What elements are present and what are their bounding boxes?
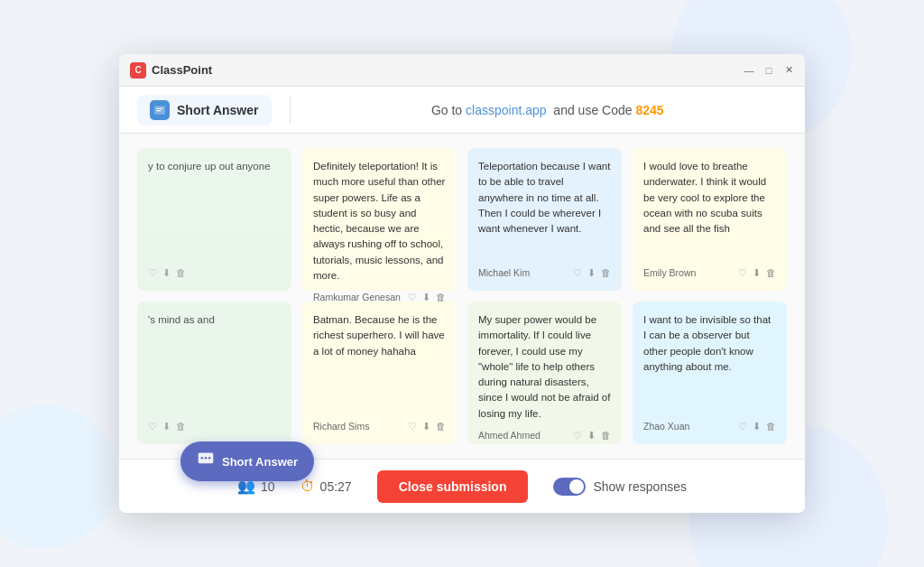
activity-type-label: Short Answer bbox=[177, 103, 259, 117]
delete-button[interactable]: 🗑 bbox=[176, 420, 186, 433]
cards-grid: y to conjure up out anyone ♡ ⬇ 🗑 's mind… bbox=[137, 148, 787, 444]
responses-content: y to conjure up out anyone ♡ ⬇ 🗑 's mind… bbox=[119, 134, 805, 459]
delete-button[interactable]: 🗑 bbox=[176, 266, 186, 280]
download-button[interactable]: ⬇ bbox=[587, 266, 596, 280]
header-divider bbox=[290, 97, 291, 124]
card-partial-1: y to conjure up out anyone ♡ ⬇ 🗑 bbox=[137, 148, 291, 291]
card-actions: ♡ ⬇ 🗑 bbox=[573, 266, 611, 280]
column-left-partial: y to conjure up out anyone ♡ ⬇ 🗑 's mind… bbox=[137, 148, 291, 444]
card-text: y to conjure up out anyone bbox=[148, 159, 281, 259]
bg-decoration-left bbox=[0, 404, 117, 549]
clock-icon: ⏱ bbox=[300, 479, 315, 495]
activity-type-icon bbox=[150, 100, 170, 120]
show-responses-toggle[interactable]: Show responses bbox=[553, 478, 687, 496]
header-url-info: Go to classpoint.app and use Code 8245 bbox=[309, 103, 788, 117]
card-author: Zhao Xuan bbox=[643, 420, 689, 433]
column-4: I would love to breathe underwater. I th… bbox=[633, 148, 787, 444]
card-actions: ♡ ⬇ 🗑 bbox=[148, 266, 186, 280]
window-controls: — □ ✕ bbox=[744, 65, 794, 76]
card-text: I want to be invisible so that I can be … bbox=[643, 312, 776, 413]
download-button[interactable]: ⬇ bbox=[162, 266, 171, 280]
delete-button[interactable]: 🗑 bbox=[601, 266, 611, 280]
card-actions: ♡ ⬇ 🗑 bbox=[408, 420, 446, 433]
delete-button[interactable]: 🗑 bbox=[601, 429, 611, 442]
like-button[interactable]: ♡ bbox=[738, 420, 747, 433]
close-button[interactable]: ✕ bbox=[783, 65, 794, 76]
app-title: ClassPoint bbox=[152, 63, 212, 77]
card-actions: ♡ ⬇ 🗑 bbox=[573, 429, 611, 442]
card-footer: Emily Brown ♡ ⬇ 🗑 bbox=[643, 266, 776, 280]
card-text: Teleportation because I want to be able … bbox=[478, 159, 611, 259]
card-ramkumar: Definitely teleportation! It is much mor… bbox=[302, 148, 457, 291]
column-2: Definitely teleportation! It is much mor… bbox=[302, 148, 457, 444]
card-partial-2: 's mind as and ♡ ⬇ 🗑 bbox=[137, 302, 291, 444]
card-footer: Ahmed Ahmed ♡ ⬇ 🗑 bbox=[478, 429, 611, 442]
card-michael: Teleportation because I want to be able … bbox=[467, 148, 622, 291]
column-3: Teleportation because I want to be able … bbox=[467, 148, 622, 444]
card-ahmed: My super power would be immortality. If … bbox=[467, 302, 622, 444]
download-button[interactable]: ⬇ bbox=[753, 420, 761, 433]
delete-button[interactable]: 🗑 bbox=[766, 420, 776, 433]
timer-display: ⏱ 05:27 bbox=[300, 479, 352, 495]
card-author: Richard Sims bbox=[313, 420, 369, 433]
show-responses-label: Show responses bbox=[593, 479, 687, 494]
time-value: 05:27 bbox=[320, 479, 352, 494]
card-zhao: I want to be invisible so that I can be … bbox=[633, 302, 787, 444]
card-author: Michael Kim bbox=[478, 266, 530, 280]
toggle-switch[interactable] bbox=[553, 478, 586, 496]
logo-icon: C bbox=[130, 62, 146, 79]
card-footer: Michael Kim ♡ ⬇ 🗑 bbox=[478, 266, 611, 280]
card-text: I would love to breathe underwater. I th… bbox=[643, 159, 776, 259]
card-footer: Richard Sims ♡ ⬇ 🗑 bbox=[313, 420, 446, 433]
classpoint-link[interactable]: classpoint.app bbox=[466, 103, 547, 117]
card-text: 's mind as and bbox=[148, 312, 281, 413]
like-button[interactable]: ♡ bbox=[573, 429, 582, 442]
activity-badge: Short Answer bbox=[137, 95, 272, 125]
delete-button[interactable]: 🗑 bbox=[766, 266, 776, 280]
delete-button[interactable]: 🗑 bbox=[436, 420, 446, 433]
floating-short-answer-button[interactable]: Short Answer bbox=[180, 442, 314, 481]
card-footer: Zhao Xuan ♡ ⬇ 🗑 bbox=[643, 420, 776, 433]
like-button[interactable]: ♡ bbox=[738, 266, 747, 280]
floating-btn-label: Short Answer bbox=[222, 455, 298, 469]
download-button[interactable]: ⬇ bbox=[753, 266, 761, 280]
card-text: Definitely teleportation! It is much mor… bbox=[313, 159, 446, 284]
titlebar: C ClassPoint — □ ✕ bbox=[119, 54, 805, 87]
download-button[interactable]: ⬇ bbox=[422, 420, 430, 433]
like-button[interactable]: ♡ bbox=[408, 420, 417, 433]
floating-btn-icon bbox=[197, 451, 215, 472]
card-actions: ♡ ⬇ 🗑 bbox=[738, 420, 776, 433]
card-author: Emily Brown bbox=[643, 266, 696, 280]
like-button[interactable]: ♡ bbox=[148, 420, 157, 433]
download-button[interactable]: ⬇ bbox=[162, 420, 171, 433]
close-submission-button[interactable]: Close submission bbox=[377, 470, 529, 503]
svg-point-6 bbox=[208, 457, 211, 460]
header-bar: Short Answer Go to classpoint.app and us… bbox=[119, 87, 805, 134]
svg-point-5 bbox=[205, 457, 208, 460]
card-actions: ♡ ⬇ 🗑 bbox=[148, 420, 186, 433]
card-footer: ♡ ⬇ 🗑 bbox=[148, 266, 281, 280]
app-logo: C ClassPoint bbox=[130, 62, 212, 79]
like-button[interactable]: ♡ bbox=[148, 266, 157, 280]
card-actions: ♡ ⬇ 🗑 bbox=[738, 266, 776, 280]
card-richard: Batman. Because he is the richest superh… bbox=[302, 302, 457, 444]
download-button[interactable]: ⬇ bbox=[587, 429, 596, 442]
card-text: My super power would be immortality. If … bbox=[478, 312, 611, 422]
card-author: Ahmed Ahmed bbox=[478, 429, 541, 442]
card-footer: ♡ ⬇ 🗑 bbox=[148, 420, 281, 433]
like-button[interactable]: ♡ bbox=[573, 266, 582, 280]
minimize-button[interactable]: — bbox=[744, 65, 754, 76]
maximize-button[interactable]: □ bbox=[763, 65, 774, 76]
access-code: 8245 bbox=[635, 103, 663, 117]
card-text: Batman. Because he is the richest superh… bbox=[313, 312, 446, 413]
svg-point-4 bbox=[201, 457, 204, 460]
card-emily: I would love to breathe underwater. I th… bbox=[633, 148, 787, 291]
